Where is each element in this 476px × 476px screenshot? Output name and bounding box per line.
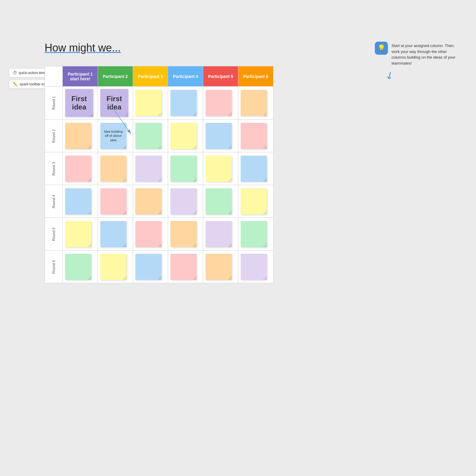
cell-r2c2[interactable]: Idea building off of above idea (98, 120, 133, 152)
cell-r3c6[interactable] (238, 152, 273, 185)
note-r3c3[interactable] (135, 156, 162, 182)
note-r6c1[interactable] (65, 254, 91, 280)
cell-r4c4[interactable] (168, 185, 203, 218)
note-r1c6[interactable] (241, 90, 267, 116)
note-r4c4[interactable] (170, 188, 197, 214)
note-r5c5[interactable] (206, 221, 232, 247)
row-label-4: Round 4 (45, 185, 63, 218)
cell-r6c6[interactable] (238, 250, 273, 283)
cell-r2c5[interactable] (203, 120, 238, 152)
header-participant5: Participant 5 (203, 66, 238, 87)
cell-r3c2[interactable] (98, 152, 133, 185)
header-participant6: Participant 6 (238, 66, 273, 87)
note-r2c6[interactable] (241, 123, 267, 149)
timer-icon: ⏱ (13, 71, 17, 75)
note-r5c4[interactable] (170, 221, 197, 247)
note-r3c4[interactable] (170, 156, 197, 182)
note-r1c4[interactable] (170, 90, 197, 116)
note-r5c6[interactable] (241, 221, 267, 247)
note-r4c2[interactable] (100, 188, 126, 214)
main-content: How might we... Participant 1start (45, 42, 458, 283)
note-r1c3[interactable] (135, 90, 162, 116)
note-r5c3[interactable] (135, 221, 162, 247)
note-r6c3[interactable] (135, 254, 162, 280)
cell-r4c3[interactable] (133, 185, 168, 218)
row-label-6: Round 6 (45, 250, 63, 283)
note-r1c2[interactable]: First idea (100, 89, 128, 117)
note-r2c5[interactable] (206, 123, 232, 149)
row-label-5: Round 5 (45, 218, 63, 250)
cell-r5c5[interactable] (203, 218, 238, 250)
header-participant4: Participant 4 (168, 66, 203, 87)
note-r2c2[interactable]: Idea building off of above idea (100, 123, 126, 149)
note-r2c3[interactable] (135, 123, 162, 149)
row-label-2: Round 2 (45, 120, 63, 152)
cell-r2c4[interactable] (168, 120, 203, 152)
note-r4c1[interactable] (65, 188, 91, 214)
note-r6c2[interactable] (100, 254, 126, 280)
header-participant1: Participant 1start here! (63, 66, 98, 87)
cell-r1c4[interactable] (168, 87, 203, 120)
cell-r5c4[interactable] (168, 218, 203, 250)
cell-r6c1[interactable] (63, 250, 98, 283)
note-r4c3[interactable] (135, 188, 162, 214)
cell-r2c1[interactable] (63, 120, 98, 152)
cell-r3c1[interactable] (63, 152, 98, 185)
note-r4c6[interactable] (241, 188, 267, 214)
page-title: How might we... (45, 42, 458, 54)
note-r5c2[interactable] (100, 221, 126, 247)
cell-r5c3[interactable] (133, 218, 168, 250)
header-p1-sub: start here! (70, 76, 90, 81)
note-r3c1[interactable] (65, 156, 91, 182)
note-r1c5[interactable] (206, 90, 232, 116)
cell-r5c2[interactable] (98, 218, 133, 250)
note-r3c5[interactable] (206, 156, 232, 182)
cell-r1c6[interactable] (238, 87, 273, 120)
table-row-round5: Round 5 (45, 218, 273, 250)
note-r4c5[interactable] (206, 188, 232, 214)
cell-r4c5[interactable] (203, 185, 238, 218)
cell-r6c2[interactable] (98, 250, 133, 283)
note-r1c1[interactable]: First idea (65, 89, 93, 117)
cell-r2c6[interactable] (238, 120, 273, 152)
cell-r3c3[interactable] (133, 152, 168, 185)
cell-r1c5[interactable] (203, 87, 238, 120)
laser-icon: ✏️ (13, 82, 18, 87)
cell-r1c3[interactable] (133, 87, 168, 120)
cell-r6c5[interactable] (203, 250, 238, 283)
note-r3c6[interactable] (241, 156, 267, 182)
note-r2c1[interactable] (65, 123, 91, 149)
cell-r4c1[interactable] (63, 185, 98, 218)
cell-r6c4[interactable] (168, 250, 203, 283)
table-row-round2: Round 2 Idea building off of above idea (45, 120, 273, 152)
grid-table: Participant 1start here! Participant 2 P… (45, 66, 273, 283)
header-participant3: Participant 3 (133, 66, 168, 87)
note-r6c4[interactable] (170, 254, 197, 280)
note-r2c4[interactable] (170, 123, 197, 149)
table-row-round4: Round 4 (45, 185, 273, 218)
note-r6c5[interactable] (206, 254, 232, 280)
grid-container: Participant 1start here! Participant 2 P… (45, 66, 458, 283)
cell-r1c2[interactable]: First idea (98, 87, 133, 120)
table-row-round1: Round 1 First idea First idea (45, 87, 273, 120)
cell-r4c2[interactable] (98, 185, 133, 218)
cell-r5c6[interactable] (238, 218, 273, 250)
header-participant2: Participant 2 (98, 66, 133, 87)
cell-r4c6[interactable] (238, 185, 273, 218)
row-label-1: Round 1 (45, 87, 63, 120)
cell-r2c3[interactable] (133, 120, 168, 152)
table-row-round3: Round 3 (45, 152, 273, 185)
note-r6c6[interactable] (241, 254, 267, 280)
cell-r3c5[interactable] (203, 152, 238, 185)
row-label-3: Round 3 (45, 152, 63, 185)
note-r3c2[interactable] (100, 156, 126, 182)
cell-r5c1[interactable] (63, 218, 98, 250)
table-row-round6: Round 6 (45, 250, 273, 283)
note-r5c1[interactable] (65, 221, 91, 247)
cell-r6c3[interactable] (133, 250, 168, 283)
cell-r3c4[interactable] (168, 152, 203, 185)
cell-r1c1[interactable]: First idea (63, 87, 98, 120)
